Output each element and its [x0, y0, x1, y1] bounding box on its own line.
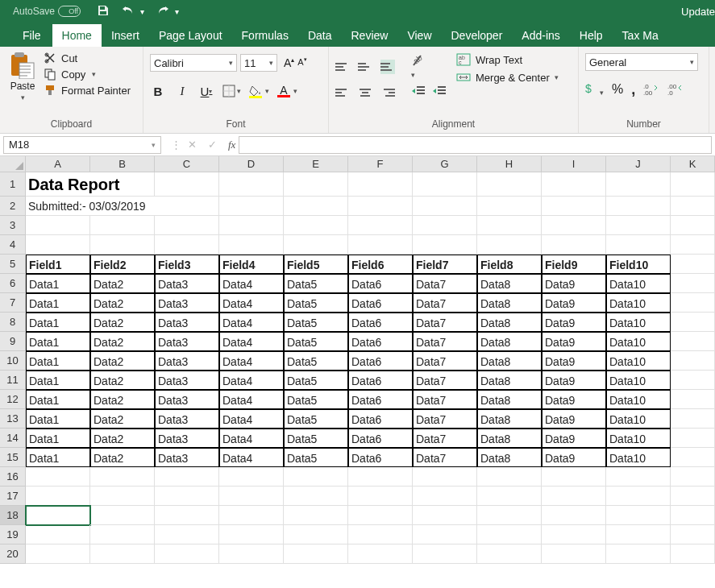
table-cell[interactable]: Data2: [90, 371, 155, 390]
cell[interactable]: [671, 371, 715, 390]
tab-file[interactable]: File: [11, 24, 52, 47]
cell[interactable]: [671, 197, 715, 216]
cell[interactable]: [542, 506, 606, 525]
cell[interactable]: [413, 216, 477, 235]
table-cell[interactable]: Data4: [219, 448, 284, 467]
tab-home[interactable]: Home: [52, 24, 102, 47]
percent-button[interactable]: %: [612, 82, 623, 97]
cell[interactable]: [477, 525, 542, 545]
col-header[interactable]: C: [155, 156, 219, 172]
cell[interactable]: [284, 235, 348, 255]
name-box[interactable]: M18 ▾: [3, 136, 161, 154]
table-cell[interactable]: Data6: [348, 274, 413, 293]
table-cell[interactable]: Data2: [90, 332, 155, 351]
cell[interactable]: [413, 545, 477, 564]
table-cell[interactable]: Data4: [219, 351, 284, 371]
table-cell[interactable]: Data4: [219, 293, 284, 313]
table-cell[interactable]: Data7: [413, 313, 477, 332]
col-header[interactable]: I: [542, 156, 606, 172]
decrease-indent-icon[interactable]: [411, 85, 426, 100]
table-header[interactable]: Field6: [348, 255, 413, 274]
cell[interactable]: [90, 545, 155, 564]
cell[interactable]: [26, 545, 90, 564]
row-header[interactable]: 18: [0, 506, 26, 525]
decrease-font-icon[interactable]: A▾: [297, 56, 306, 69]
col-header[interactable]: A: [26, 156, 90, 172]
cell[interactable]: [542, 525, 606, 545]
select-all-corner[interactable]: [0, 156, 26, 172]
save-icon[interactable]: [97, 4, 110, 19]
bold-button[interactable]: B: [150, 82, 166, 100]
number-format-combo[interactable]: General ▾: [585, 53, 698, 71]
report-title[interactable]: Data Report: [26, 172, 155, 197]
cell[interactable]: [348, 545, 413, 564]
table-header[interactable]: Field7: [413, 255, 477, 274]
cell[interactable]: [90, 487, 155, 506]
merge-center-button[interactable]: Merge & Center ▾: [456, 71, 559, 84]
table-cell[interactable]: Data4: [219, 371, 284, 390]
cell[interactable]: [542, 467, 606, 487]
row-header[interactable]: 11: [0, 371, 26, 390]
table-cell[interactable]: Data1: [26, 429, 90, 448]
table-cell[interactable]: Data6: [348, 371, 413, 390]
table-cell[interactable]: Data8: [477, 274, 542, 293]
cell[interactable]: [155, 467, 219, 487]
row-header[interactable]: 17: [0, 487, 26, 506]
cell[interactable]: [671, 525, 715, 545]
table-cell[interactable]: Data9: [542, 371, 606, 390]
align-left-icon[interactable]: [335, 85, 350, 100]
table-cell[interactable]: Data6: [348, 332, 413, 351]
table-cell[interactable]: Data5: [284, 274, 348, 293]
cell[interactable]: [90, 467, 155, 487]
table-cell[interactable]: Data10: [606, 448, 671, 467]
cell[interactable]: [606, 487, 671, 506]
table-header[interactable]: Field5: [284, 255, 348, 274]
table-cell[interactable]: Data1: [26, 371, 90, 390]
row-header[interactable]: 2: [0, 197, 26, 216]
table-cell[interactable]: Data4: [219, 390, 284, 409]
table-cell[interactable]: Data2: [90, 448, 155, 467]
row-header[interactable]: 12: [0, 390, 26, 409]
table-cell[interactable]: Data4: [219, 274, 284, 293]
cell[interactable]: [26, 216, 90, 235]
cell[interactable]: [671, 313, 715, 332]
cell[interactable]: [477, 506, 542, 525]
col-header[interactable]: B: [90, 156, 155, 172]
table-header[interactable]: Field3: [155, 255, 219, 274]
cell[interactable]: [413, 197, 477, 216]
table-cell[interactable]: Data3: [155, 332, 219, 351]
table-cell[interactable]: Data10: [606, 351, 671, 371]
cell[interactable]: [155, 172, 219, 197]
align-middle-icon[interactable]: [358, 60, 372, 74]
table-cell[interactable]: Data9: [542, 351, 606, 371]
table-cell[interactable]: Data7: [413, 448, 477, 467]
font-color-dropdown-icon[interactable]: ▾: [293, 87, 297, 95]
row-header[interactable]: 3: [0, 216, 26, 235]
cell[interactable]: [284, 487, 348, 506]
table-cell[interactable]: Data10: [606, 371, 671, 390]
cell[interactable]: [671, 255, 715, 274]
table-cell[interactable]: Data7: [413, 390, 477, 409]
table-cell[interactable]: Data6: [348, 293, 413, 313]
tab-page-layout[interactable]: Page Layout: [149, 24, 232, 47]
underline-button[interactable]: U▾: [198, 82, 214, 100]
table-cell[interactable]: Data8: [477, 409, 542, 429]
cell[interactable]: [671, 506, 715, 525]
cell[interactable]: [542, 235, 606, 255]
table-cell[interactable]: Data1: [26, 390, 90, 409]
cell[interactable]: [606, 545, 671, 564]
table-cell[interactable]: Data3: [155, 371, 219, 390]
cell[interactable]: [155, 525, 219, 545]
table-cell[interactable]: Data9: [542, 293, 606, 313]
accounting-format-button[interactable]: $▾: [585, 82, 604, 97]
borders-button[interactable]: ▾: [222, 85, 241, 97]
cell[interactable]: [284, 545, 348, 564]
fx-icon[interactable]: fx: [228, 139, 235, 151]
autosave-toggle[interactable]: AutoSave Off: [13, 6, 81, 17]
table-cell[interactable]: Data10: [606, 429, 671, 448]
cell[interactable]: [542, 197, 606, 216]
table-cell[interactable]: Data7: [413, 429, 477, 448]
cell[interactable]: [90, 506, 155, 525]
cell[interactable]: [348, 467, 413, 487]
row-header[interactable]: 13: [0, 409, 26, 429]
